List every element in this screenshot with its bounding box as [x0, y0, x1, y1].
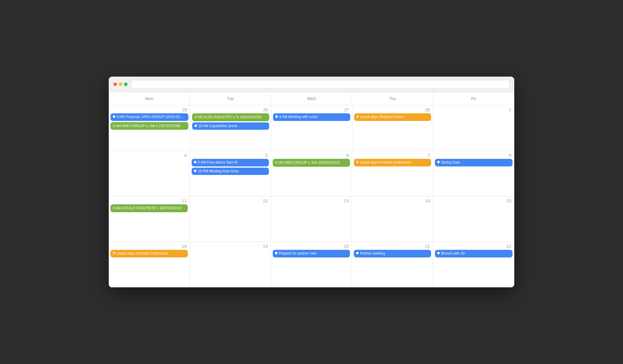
day-number: 7 [354, 153, 431, 158]
event-text: Leave days Amanda Underwood [117, 251, 168, 256]
event-3-2-0[interactable]: Prepare for partner mee [273, 250, 350, 257]
day-cell-19: 19 [190, 242, 271, 287]
day-number: 20 [273, 244, 350, 249]
event-text: Prepare for partner mee [279, 251, 316, 256]
event-0-0-0[interactable]: 0 AM Proposal, AREA GROUP (2019-02-25) [110, 113, 188, 121]
day-number: 6 [273, 153, 350, 158]
event-text: 0 AM Proposal, AREA GROUP (2019-02-25) [117, 115, 185, 119]
event-0-1-0[interactable]: 9 AM ALDO INDUSTRY v. N 14634/3/2018 [192, 113, 269, 121]
event-text: 0 AM Free advice Sam M [198, 160, 237, 165]
event-dot [437, 161, 440, 163]
event-text: Spring Gala [441, 160, 460, 165]
day-number: 22 [435, 244, 513, 249]
day-cell-20: 20Prepare for partner mee [271, 242, 352, 287]
day-cell-21: 21Partner meeting [352, 242, 433, 287]
day-cell-11: 119 AM ASTALD CONCRETE v 32876/3/2018 [109, 196, 190, 242]
event-dot [356, 252, 359, 254]
event-dot [275, 252, 277, 254]
event-text: 9 AM Meeting with custo [279, 115, 317, 119]
event-3-4-0[interactable]: Brunch with JD [435, 250, 513, 257]
week-row-3: 18Leave days Amanda Underwood1920Prepare… [109, 242, 514, 287]
day-number: 28 [354, 107, 431, 112]
week-row-2: 119 AM ASTALD CONCRETE v 32876/3/2018121… [109, 196, 514, 242]
event-text: 15 PM Meeting Area Grou [198, 169, 239, 174]
event-1-4-0[interactable]: Spring Gala [435, 159, 513, 166]
day-cell-15: 15 [433, 196, 514, 242]
calendar-body: 250 AM Proposal, AREA GROUP (2019-02-25)… [109, 105, 514, 287]
day-cell-12: 12 [190, 196, 271, 242]
day-number: 8 [435, 153, 513, 158]
calendar: MonTueWedThuFri 250 AM Proposal, AREA GR… [109, 92, 514, 287]
event-dot [356, 161, 359, 163]
event-text: Leave days Stephen Known [360, 115, 404, 119]
event-dot [194, 170, 196, 172]
event-dot [195, 124, 197, 127]
day-cell-18: 18Leave days Amanda Underwood [109, 242, 190, 287]
day-number: 26 [192, 107, 269, 112]
event-dot [194, 161, 196, 163]
day-cell-7: 7Leave days Amanda Underwood [352, 151, 433, 196]
day-header-mon: Mon [109, 92, 190, 105]
day-number: 5 [192, 153, 269, 158]
event-3-3-0[interactable]: Partner meeting [354, 250, 431, 257]
day-cell-1: 1 [433, 105, 514, 151]
day-header-tue: Tue [190, 92, 271, 105]
event-text: 10 AM Capabilities prese [198, 124, 237, 129]
day-number: 14 [354, 198, 431, 203]
url-bar[interactable] [131, 80, 510, 88]
day-number: 21 [354, 244, 431, 249]
day-header-wed: Wed [271, 92, 352, 105]
day-cell-25: 250 AM Proposal, AREA GROUP (2019-02-25)… [109, 105, 190, 151]
event-text: Partner meeting [360, 251, 385, 256]
event-1-2-0[interactable]: 9 AM AREA GROUP v. N/A 26185/3/2010 [273, 159, 350, 167]
day-cell-26: 269 AM ALDO INDUSTRY v. N 14634/3/201810… [190, 105, 272, 151]
calendar-headers: MonTueWedThuFri [109, 92, 514, 105]
titlebar [109, 77, 514, 92]
day-cell-5: 50 AM Free advice Sam M15 PM Meeting Are… [190, 151, 271, 196]
traffic-lights [113, 82, 128, 86]
minimize-button[interactable] [119, 82, 122, 86]
day-cell-4: 4 [109, 151, 190, 196]
week-row-1: 450 AM Free advice Sam M15 PM Meeting Ar… [109, 151, 514, 196]
day-number: 19 [192, 244, 269, 249]
event-dot [113, 252, 115, 254]
event-1-1-0[interactable]: 0 AM Free advice Sam M [192, 159, 269, 166]
day-cell-13: 13 [271, 196, 352, 242]
day-number: 18 [110, 244, 188, 249]
day-number: 11 [110, 198, 188, 203]
app-window: MonTueWedThuFri 250 AM Proposal, AREA GR… [109, 77, 514, 287]
event-0-0-1[interactable]: 9 AM AREA GROUP v. Old A 19572/3/2009 [110, 122, 188, 130]
day-number: 27 [273, 107, 350, 112]
day-header-fri: Fri [433, 92, 514, 105]
day-number: 1 [435, 107, 513, 112]
event-dot [437, 252, 440, 254]
day-number: 4 [110, 153, 188, 158]
close-button[interactable] [113, 82, 117, 86]
day-cell-22: 22Brunch with JD [433, 242, 514, 287]
event-1-1-1[interactable]: 15 PM Meeting Area Grou [192, 168, 269, 175]
week-row-0: 250 AM Proposal, AREA GROUP (2019-02-25)… [109, 105, 514, 151]
day-number: 15 [435, 198, 513, 203]
event-2-0-0[interactable]: 9 AM ASTALD CONCRETE v 32876/3/2018 [110, 204, 188, 212]
event-0-3-0[interactable]: Leave days Stephen Known [354, 113, 431, 121]
day-number: 13 [273, 198, 350, 203]
event-1-3-0[interactable]: Leave days Amanda Underwood [354, 159, 431, 166]
day-cell-6: 69 AM AREA GROUP v. N/A 26185/3/2010 [271, 151, 352, 196]
day-cell-27: 279 AM Meeting with custo [271, 105, 352, 151]
day-cell-28: 28Leave days Stephen Known [352, 105, 433, 151]
event-dot [356, 115, 359, 118]
event-dot [275, 115, 278, 118]
day-cell-8: 8Spring Gala [433, 151, 514, 196]
day-number: 25 [110, 107, 188, 112]
maximize-button[interactable] [124, 82, 128, 86]
event-3-0-0[interactable]: Leave days Amanda Underwood [110, 250, 188, 257]
event-0-1-1[interactable]: 10 AM Capabilities prese [192, 122, 269, 130]
event-dot [113, 115, 115, 118]
event-text: Leave days Amanda Underwood [360, 160, 411, 165]
event-0-2-0[interactable]: 9 AM Meeting with custo [273, 113, 350, 121]
day-cell-14: 14 [352, 196, 433, 242]
event-text: Brunch with JD [441, 251, 465, 256]
day-number: 12 [192, 198, 269, 203]
day-header-thu: Thu [352, 92, 433, 105]
